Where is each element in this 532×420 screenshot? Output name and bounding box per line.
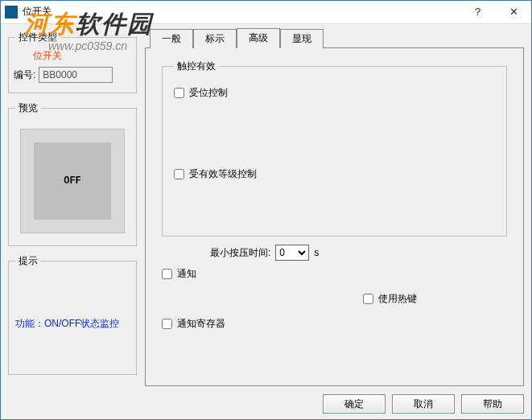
tabs: 一般 标示 高级 显现 [145, 31, 524, 48]
touch-valid-group: 触控有效 受位控制 受有效等级控制 [162, 60, 507, 237]
help-button-footer[interactable]: 帮助 [461, 394, 524, 414]
tab-label[interactable]: 标示 [193, 29, 237, 48]
chk-notify-register-label: 通知寄存器 [177, 317, 225, 331]
cancel-button[interactable]: 取消 [392, 394, 455, 414]
app-icon [5, 6, 18, 19]
min-press-unit: s [314, 247, 319, 258]
preview-group: 预览 OFF [8, 101, 137, 246]
chk-notify-register-box[interactable] [162, 319, 172, 329]
close-button[interactable]: ✕ [496, 0, 532, 24]
chk-hotkey[interactable]: 使用热键 [363, 292, 507, 306]
preview-widget: OFF [20, 129, 125, 233]
tab-page-advanced: 触控有效 受位控制 受有效等级控制 最小按压时间: 0 s [145, 48, 524, 386]
chk-bit-control[interactable]: 受位控制 [174, 86, 495, 100]
chk-notify-box[interactable] [162, 269, 172, 279]
chk-level-control[interactable]: 受有效等级控制 [174, 167, 495, 181]
chk-bit-control-label: 受位控制 [189, 86, 228, 100]
chk-hotkey-box[interactable] [363, 294, 373, 304]
min-press-select[interactable]: 0 [275, 245, 309, 261]
control-type-group: 控件类型 位开关 编号: [8, 31, 137, 93]
help-button[interactable]: ? [460, 0, 496, 24]
preview-state-text: OFF [34, 142, 111, 220]
control-type-name: 位开关 [33, 49, 62, 63]
min-press-label: 最小按压时间: [210, 246, 270, 260]
tab-appear[interactable]: 显现 [280, 29, 324, 48]
tab-advanced[interactable]: 高级 [237, 28, 280, 48]
ok-button[interactable]: 确定 [323, 394, 386, 414]
tab-general[interactable]: 一般 [150, 29, 193, 48]
window-title: 位开关 [23, 5, 52, 19]
chk-bit-control-box[interactable] [174, 88, 184, 98]
number-input[interactable] [39, 67, 113, 83]
chk-notify-label: 通知 [177, 267, 196, 281]
number-label: 编号: [14, 68, 35, 82]
preview-legend: 预览 [15, 101, 41, 115]
chk-hotkey-label: 使用热键 [378, 292, 417, 306]
hint-text: 功能：ON/OFF状态监控 [15, 316, 130, 331]
hint-group: 提示 功能：ON/OFF状态监控 [8, 254, 137, 375]
chk-notify-register[interactable]: 通知寄存器 [162, 317, 507, 331]
chk-level-control-label: 受有效等级控制 [189, 167, 257, 181]
chk-notify[interactable]: 通知 [162, 267, 507, 281]
control-type-legend: 控件类型 [15, 31, 60, 44]
chk-level-control-box[interactable] [174, 169, 184, 179]
touch-valid-legend: 触控有效 [174, 60, 219, 73]
hint-legend: 提示 [15, 254, 41, 268]
